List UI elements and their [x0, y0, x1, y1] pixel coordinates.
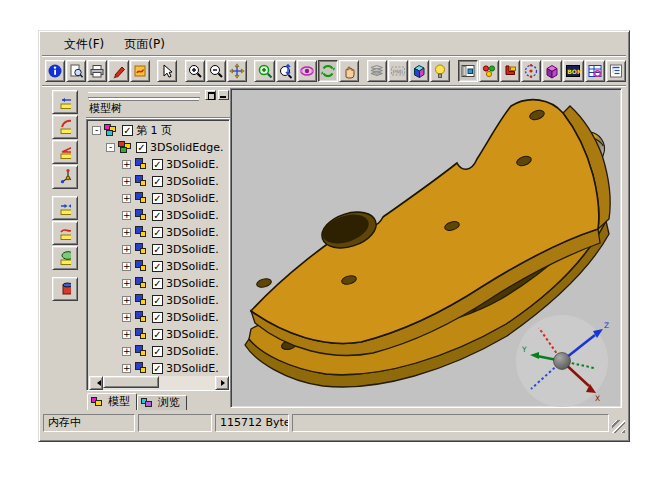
expand-icon[interactable] — [122, 313, 131, 322]
tree-checkbox[interactable] — [152, 329, 163, 340]
tree-checkbox[interactable] — [152, 261, 163, 272]
menu-page[interactable]: 页面(P) — [116, 34, 173, 55]
panel-hide-button[interactable] — [218, 90, 229, 100]
orbit-rotate-button[interactable] — [297, 60, 317, 82]
tree-checkbox[interactable] — [136, 142, 147, 153]
measure-distance-button[interactable] — [52, 90, 78, 114]
tree-row-part[interactable]: 3DSolidE. — [89, 156, 229, 173]
color-edit-button[interactable] — [130, 60, 150, 82]
print-preview-button[interactable] — [66, 60, 86, 82]
expand-icon[interactable] — [122, 330, 131, 339]
tree-row-page[interactable]: 第 1 页 — [89, 122, 229, 139]
tree-row-part[interactable]: 3DSolidE. — [89, 173, 229, 190]
expand-icon[interactable] — [122, 211, 131, 220]
tree-row-part[interactable]: 3DSolidE. — [89, 258, 229, 275]
menu-file[interactable]: 文件(F) — [56, 34, 112, 55]
tree-row-part[interactable]: 3DSolidE. — [89, 292, 229, 309]
assembly-button[interactable] — [479, 60, 499, 82]
hand-pan-button[interactable] — [339, 60, 359, 82]
expand-icon[interactable] — [122, 296, 131, 305]
scroll-track[interactable] — [103, 376, 215, 390]
tree-label[interactable]: 3DSolidE. — [166, 294, 219, 307]
tab-model[interactable]: 模型 — [87, 393, 137, 410]
expand-icon[interactable] — [122, 160, 131, 169]
tree-label[interactable]: 3DSolidE. — [166, 260, 219, 273]
zoom-dynamic-button[interactable] — [276, 60, 296, 82]
tree-row-part[interactable]: 3DSolidE. — [89, 207, 229, 224]
print-button[interactable] — [87, 60, 107, 82]
tree-label[interactable]: 3DSolidE. — [166, 175, 219, 188]
measure-gap-button[interactable] — [52, 196, 78, 220]
table-find-button[interactable] — [585, 60, 605, 82]
bom-button[interactable]: BOM — [563, 60, 583, 82]
tree-label[interactable]: 3DSolidE. — [166, 345, 219, 358]
tree-label[interactable]: 3DSolidE. — [166, 158, 219, 171]
resize-grip[interactable] — [612, 420, 625, 433]
expand-icon[interactable] — [122, 364, 131, 373]
refresh-button[interactable] — [318, 60, 338, 82]
tree-label[interactable]: 3DSolidE. — [166, 243, 219, 256]
measure-coordinate-button[interactable] — [52, 165, 78, 189]
tree-row-part[interactable]: 3DSolidE. — [89, 309, 229, 326]
tree-row-part[interactable]: 3DSolidE. — [89, 241, 229, 258]
scroll-thumb[interactable] — [103, 376, 159, 388]
pan-button[interactable] — [227, 60, 247, 82]
tree-row-part[interactable]: 3DSolidE. — [89, 224, 229, 241]
tree-label[interactable]: 3DSolidE. — [166, 192, 219, 205]
select-cursor-button[interactable] — [157, 60, 177, 82]
measure-angle-button[interactable] — [52, 140, 78, 164]
tree-checkbox[interactable] — [152, 312, 163, 323]
tree-checkbox[interactable] — [152, 210, 163, 221]
zoom-in-button[interactable] — [185, 60, 205, 82]
info-button[interactable] — [45, 60, 65, 82]
zoom-out-button[interactable] — [206, 60, 226, 82]
measure-area-button[interactable] — [52, 246, 78, 270]
tree-label[interactable]: 3DSolidE. — [166, 226, 219, 239]
tree-checkbox[interactable] — [122, 125, 133, 136]
scroll-left-button[interactable] — [89, 376, 103, 390]
expand-icon[interactable] — [122, 194, 131, 203]
rotate-center-button[interactable] — [521, 60, 541, 82]
collapse-icon[interactable] — [106, 143, 115, 152]
collapse-icon[interactable] — [92, 126, 101, 135]
tree-label[interactable]: 第 1 页 — [136, 123, 172, 138]
panel-grip[interactable] — [88, 92, 200, 98]
tree-label[interactable]: 3DSolidE. — [166, 328, 219, 341]
orientation-triad[interactable]: Z Y X — [516, 315, 609, 407]
tree-row-part[interactable]: 3DSolidE. — [89, 190, 229, 207]
tree-label[interactable]: 3DSolidE. — [166, 311, 219, 324]
tree-row-part[interactable]: 3DSolidE. — [89, 326, 229, 343]
pmi-button[interactable]: PMI — [388, 60, 408, 82]
tree-checkbox[interactable] — [152, 159, 163, 170]
tree-row-part[interactable]: 3DSolidE. — [89, 275, 229, 292]
tree-label[interactable]: 3DSolidE. — [166, 277, 219, 290]
tree-view-button[interactable] — [606, 60, 626, 82]
expand-icon[interactable] — [122, 279, 131, 288]
panel-view-button[interactable] — [458, 60, 478, 82]
3d-viewport[interactable]: Z Y X — [230, 88, 622, 408]
measure-curve-button[interactable] — [52, 221, 78, 245]
tree-checkbox[interactable] — [152, 363, 163, 374]
seat-section-button[interactable] — [500, 60, 520, 82]
tree-hscrollbar[interactable] — [89, 376, 229, 390]
view-cube-button[interactable] — [409, 60, 429, 82]
markup-pen-button[interactable] — [108, 60, 128, 82]
panel-header[interactable] — [86, 88, 230, 101]
expand-icon[interactable] — [122, 347, 131, 356]
light-button[interactable] — [430, 60, 450, 82]
expand-icon[interactable] — [122, 245, 131, 254]
expand-icon[interactable] — [122, 228, 131, 237]
panel-restore-button[interactable] — [205, 90, 216, 100]
expand-icon[interactable] — [122, 177, 131, 186]
tree-checkbox[interactable] — [152, 295, 163, 306]
measure-radius-button[interactable] — [52, 115, 78, 139]
tree-label[interactable]: 3DSolidEdge. — [150, 141, 223, 154]
zoom-window-button[interactable] — [254, 60, 274, 82]
tree-checkbox[interactable] — [152, 244, 163, 255]
measure-volume-button[interactable] — [52, 277, 78, 301]
solid-cube-button[interactable] — [542, 60, 562, 82]
tree-checkbox[interactable] — [152, 176, 163, 187]
scroll-right-button[interactable] — [215, 376, 229, 390]
tree-row-assembly[interactable]: 3DSolidEdge. — [89, 139, 229, 156]
tree-checkbox[interactable] — [152, 227, 163, 238]
